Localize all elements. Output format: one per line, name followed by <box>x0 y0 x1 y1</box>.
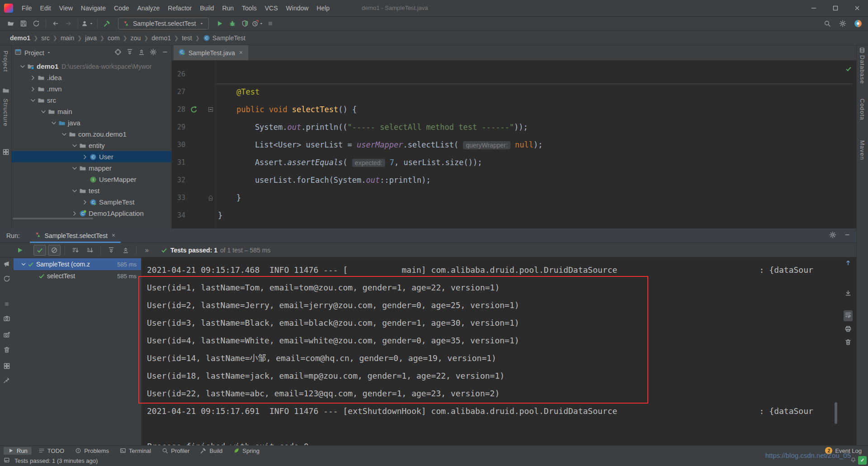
run-tab-sampletest-selecttest[interactable]: SampleTest.selectTest <box>30 228 121 243</box>
line-number[interactable]: 27 <box>172 88 185 96</box>
stripe-tab-project[interactable]: Project <box>2 51 9 72</box>
settings-button[interactable] <box>836 18 849 29</box>
test-tree-chevron-down-icon[interactable] <box>20 261 27 268</box>
build-project-button[interactable] <box>101 18 113 29</box>
tree-chevron-down-icon[interactable] <box>71 187 78 195</box>
layout-icon[interactable] <box>3 362 10 370</box>
menu-item-code[interactable]: Code <box>110 0 133 16</box>
project-tree-row-mvn[interactable]: .mvn <box>12 83 171 95</box>
tree-chevron-down-icon[interactable] <box>40 108 47 115</box>
project-title-caret-icon[interactable] <box>46 50 52 55</box>
run-test-gutter-icon[interactable] <box>187 106 201 113</box>
project-tree-row-test[interactable]: test <box>12 185 171 196</box>
line-number[interactable]: 30 <box>172 141 185 149</box>
menu-item-window[interactable]: Window <box>282 0 313 16</box>
announcement-icon[interactable] <box>3 260 10 267</box>
print-console-button[interactable] <box>844 325 852 334</box>
show-passed-button[interactable] <box>33 245 46 256</box>
expand-all-button[interactable] <box>126 48 133 57</box>
tree-chevron-down-icon[interactable] <box>71 165 78 172</box>
tool-window-button-run[interactable]: Run <box>4 447 32 455</box>
sort-alphabetically-button[interactable] <box>69 245 82 256</box>
breadcrumb-item-com[interactable]: com <box>108 34 119 42</box>
add-snapshot-icon[interactable] <box>3 331 10 338</box>
menu-item-navigate[interactable]: Navigate <box>77 0 110 16</box>
pin-icon[interactable] <box>3 376 10 384</box>
codota-avatar-button[interactable] <box>852 18 864 29</box>
project-tree-row-comzoudemo1[interactable]: com.zou.demo1 <box>12 128 171 140</box>
breadcrumb-item-src[interactable]: src <box>41 34 50 42</box>
menu-item-edit[interactable]: Edit <box>36 0 55 16</box>
fold-minus-icon[interactable] <box>206 106 215 113</box>
project-tree-row-user[interactable]: CUser <box>12 151 171 162</box>
menu-item-tools[interactable]: Tools <box>238 0 261 16</box>
console-output[interactable]: 2021-04-21 09:15:17.468 INFO 11476 --- [… <box>142 257 856 445</box>
save-all-button[interactable] <box>17 18 30 29</box>
minimize-button[interactable] <box>803 0 825 16</box>
clear-console-button[interactable] <box>844 338 852 347</box>
debug-button-button[interactable] <box>226 18 239 29</box>
suspend-icon[interactable] <box>3 300 10 308</box>
line-number[interactable]: 33 <box>172 194 185 202</box>
tree-chevron-down-icon[interactable] <box>19 63 26 70</box>
editor-tab-close-icon[interactable] <box>238 50 244 55</box>
stripe-structure-icon[interactable] <box>2 148 9 156</box>
run-button-button[interactable] <box>213 18 226 29</box>
tree-chevron-right-icon[interactable] <box>81 199 89 206</box>
show-ignored-button[interactable] <box>48 245 61 256</box>
hide-panel-button[interactable] <box>161 48 169 57</box>
menu-item-file[interactable]: File <box>18 0 36 16</box>
locate-file-button[interactable] <box>114 48 122 57</box>
collapse-all-button[interactable] <box>119 245 132 256</box>
tool-window-button-spring[interactable]: Spring <box>229 447 264 455</box>
project-tree-row-sampletest[interactable]: CSampleTest <box>12 196 171 208</box>
stripe-folder-icon[interactable] <box>2 87 9 94</box>
test-tree-row-method[interactable]: selectTest585 ms <box>14 270 141 282</box>
tree-chevron-right-icon[interactable] <box>81 153 89 161</box>
menu-item-run[interactable]: Run <box>218 0 238 16</box>
sort-by-duration-button[interactable] <box>84 245 96 256</box>
refresh-icon[interactable] <box>3 275 10 282</box>
run-panel-hide-button[interactable] <box>844 231 851 240</box>
menu-item-vcs[interactable]: VCS <box>261 0 282 16</box>
run-configuration-select[interactable]: SampleTest.selectTest <box>118 18 209 29</box>
more-actions-button[interactable]: » <box>141 245 153 256</box>
stripe-tab-database[interactable]: Database <box>859 55 866 84</box>
line-number[interactable]: 34 <box>172 211 185 219</box>
menu-item-refactor[interactable]: Refactor <box>164 0 196 16</box>
breadcrumb-item-demo1[interactable]: demo1 <box>151 34 171 42</box>
menu-item-build[interactable]: Build <box>196 0 218 16</box>
project-tree-horizontal-scrollbar[interactable] <box>13 218 93 219</box>
tool-window-button-profiler[interactable]: Profiler <box>158 447 193 455</box>
tree-chevron-right-icon[interactable] <box>29 86 37 93</box>
scroll-up-button[interactable] <box>844 259 852 268</box>
fold-tag-icon[interactable] <box>206 194 215 201</box>
tool-window-button-terminal[interactable]: Terminal <box>116 447 155 455</box>
tool-window-button-todo[interactable]: TODO <box>34 447 68 455</box>
menu-item-analyze[interactable]: Analyze <box>133 0 164 16</box>
menu-item-view[interactable]: View <box>55 0 77 16</box>
breadcrumb-item-java[interactable]: java <box>85 34 97 42</box>
stripe-tab-maven[interactable]: Maven <box>859 140 866 160</box>
tree-chevron-down-icon[interactable] <box>71 142 78 149</box>
line-number[interactable]: 31 <box>172 158 185 166</box>
stripe-tab-codota[interactable]: Codota <box>859 99 866 120</box>
tree-chevron-down-icon[interactable] <box>50 119 57 127</box>
soft-wrap-button[interactable] <box>844 310 853 321</box>
breadcrumb-item-main[interactable]: main <box>61 34 74 42</box>
breadcrumb-item-zou[interactable]: zou <box>131 34 141 42</box>
run-panel-settings-button[interactable] <box>829 231 836 240</box>
project-tree-row-java[interactable]: java <box>12 117 171 128</box>
project-tree-row-mapper[interactable]: mapper <box>12 162 171 174</box>
run-with-coverage-button[interactable] <box>239 18 251 29</box>
vcs-user-button[interactable] <box>81 18 94 29</box>
rerun-tests-button[interactable] <box>14 245 26 256</box>
tree-chevron-down-icon[interactable] <box>61 131 68 138</box>
clear-icon[interactable] <box>3 346 10 353</box>
collapse-all-button[interactable] <box>138 48 145 57</box>
open-button[interactable] <box>5 18 17 29</box>
notifications-icon[interactable] <box>850 457 856 463</box>
project-tree-row-entity[interactable]: entity <box>12 140 171 151</box>
breadcrumb-item-sampletest[interactable]: CSampleTest <box>203 34 245 42</box>
test-tree-row-class[interactable]: SampleTest (com.z585 ms <box>14 258 141 270</box>
